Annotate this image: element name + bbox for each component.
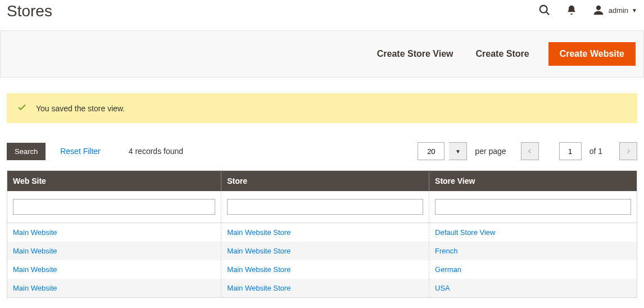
column-header-website[interactable]: Web Site bbox=[7, 171, 221, 192]
create-website-button[interactable]: Create Website bbox=[548, 42, 636, 66]
create-store-view-button[interactable]: Create Store View bbox=[374, 42, 457, 66]
page-of-label: of 1 bbox=[589, 147, 602, 156]
checkmark-icon bbox=[17, 102, 27, 114]
column-header-store-view[interactable]: Store View bbox=[429, 171, 637, 192]
caret-down-icon: ▼ bbox=[455, 148, 461, 155]
bell-icon[interactable] bbox=[565, 3, 578, 17]
store-link[interactable]: Main Website Store bbox=[227, 228, 291, 237]
store-view-link[interactable]: French bbox=[435, 247, 457, 255]
filter-store-view-input[interactable] bbox=[435, 199, 631, 215]
table-row: Main Website Main Website Store USA bbox=[7, 279, 637, 298]
success-message-text: You saved the store view. bbox=[36, 104, 125, 113]
table-row: Main Website Main Website Store German bbox=[7, 260, 637, 279]
svg-line-1 bbox=[546, 12, 549, 15]
website-link[interactable]: Main Website bbox=[13, 284, 57, 292]
search-button[interactable]: Search bbox=[7, 143, 46, 160]
store-view-link[interactable]: Default Store View bbox=[435, 228, 495, 237]
success-message: You saved the store view. bbox=[7, 93, 637, 123]
store-link[interactable]: Main Website Store bbox=[227, 284, 291, 292]
store-link[interactable]: Main Website Store bbox=[227, 265, 291, 274]
records-found: 4 records found bbox=[129, 147, 183, 156]
store-view-link[interactable]: German bbox=[435, 265, 461, 274]
admin-user-label: admin bbox=[609, 6, 628, 15]
filter-store-input[interactable] bbox=[227, 199, 423, 215]
header-tools: admin ▼ bbox=[538, 2, 637, 17]
create-store-button[interactable]: Create Store bbox=[473, 42, 533, 66]
grid-controls: Search Reset Filter 4 records found ▼ pe… bbox=[7, 142, 637, 160]
website-link[interactable]: Main Website bbox=[13, 228, 57, 237]
store-view-link[interactable]: USA bbox=[435, 284, 450, 292]
table-row: Main Website Main Website Store French bbox=[7, 242, 637, 260]
page-actions: Create Store View Create Store Create We… bbox=[0, 30, 644, 78]
table-row: Main Website Main Website Store Default … bbox=[7, 223, 637, 242]
chevron-down-icon: ▼ bbox=[632, 7, 637, 13]
svg-point-2 bbox=[596, 6, 601, 10]
filter-row bbox=[7, 191, 637, 223]
admin-account-menu[interactable]: admin ▼ bbox=[592, 3, 637, 17]
search-icon[interactable] bbox=[538, 3, 551, 17]
website-link[interactable]: Main Website bbox=[13, 247, 57, 255]
next-page-button[interactable] bbox=[619, 142, 637, 160]
user-icon bbox=[592, 3, 605, 17]
column-header-store[interactable]: Store bbox=[221, 171, 429, 192]
store-link[interactable]: Main Website Store bbox=[227, 247, 291, 255]
per-page-toggle[interactable]: ▼ bbox=[449, 142, 467, 160]
website-link[interactable]: Main Website bbox=[13, 265, 57, 274]
current-page-input[interactable] bbox=[559, 142, 582, 160]
reset-filter-link[interactable]: Reset Filter bbox=[57, 146, 104, 156]
svg-point-0 bbox=[539, 6, 547, 13]
per-page-label: per page bbox=[475, 147, 506, 156]
per-page-input[interactable] bbox=[418, 142, 445, 160]
filter-website-input[interactable] bbox=[13, 199, 215, 215]
stores-grid: Web Site Store Store View Main Website M… bbox=[7, 170, 637, 298]
prev-page-button[interactable] bbox=[521, 142, 539, 160]
page-title: Stores bbox=[7, 2, 52, 20]
